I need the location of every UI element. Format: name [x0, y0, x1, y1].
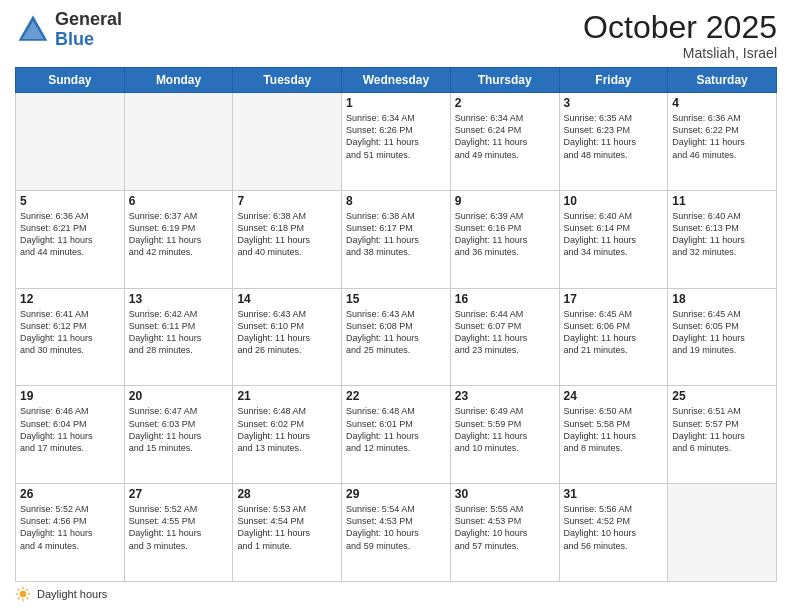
calendar-cell: 10Sunrise: 6:40 AM Sunset: 6:14 PM Dayli…: [559, 190, 668, 288]
calendar-dow-saturday: Saturday: [668, 68, 777, 93]
day-number: 2: [455, 96, 555, 110]
calendar-cell: 4Sunrise: 6:36 AM Sunset: 6:22 PM Daylig…: [668, 93, 777, 191]
day-info: Sunrise: 5:52 AM Sunset: 4:56 PM Dayligh…: [20, 503, 120, 552]
day-number: 30: [455, 487, 555, 501]
calendar-cell: 3Sunrise: 6:35 AM Sunset: 6:23 PM Daylig…: [559, 93, 668, 191]
day-info: Sunrise: 6:48 AM Sunset: 6:02 PM Dayligh…: [237, 405, 337, 454]
day-number: 16: [455, 292, 555, 306]
svg-line-8: [26, 597, 28, 599]
calendar-cell: 12Sunrise: 6:41 AM Sunset: 6:12 PM Dayli…: [16, 288, 125, 386]
calendar-cell: 7Sunrise: 6:38 AM Sunset: 6:18 PM Daylig…: [233, 190, 342, 288]
calendar-week-3: 12Sunrise: 6:41 AM Sunset: 6:12 PM Dayli…: [16, 288, 777, 386]
day-number: 27: [129, 487, 229, 501]
calendar-week-1: 1Sunrise: 6:34 AM Sunset: 6:26 PM Daylig…: [16, 93, 777, 191]
day-number: 3: [564, 96, 664, 110]
day-info: Sunrise: 6:38 AM Sunset: 6:18 PM Dayligh…: [237, 210, 337, 259]
calendar-cell: 2Sunrise: 6:34 AM Sunset: 6:24 PM Daylig…: [450, 93, 559, 191]
calendar-cell: [124, 93, 233, 191]
svg-line-9: [26, 589, 28, 591]
day-number: 11: [672, 194, 772, 208]
day-number: 21: [237, 389, 337, 403]
day-number: 25: [672, 389, 772, 403]
calendar-cell: 26Sunrise: 5:52 AM Sunset: 4:56 PM Dayli…: [16, 484, 125, 582]
day-info: Sunrise: 5:56 AM Sunset: 4:52 PM Dayligh…: [564, 503, 664, 552]
day-info: Sunrise: 5:52 AM Sunset: 4:55 PM Dayligh…: [129, 503, 229, 552]
day-info: Sunrise: 6:44 AM Sunset: 6:07 PM Dayligh…: [455, 308, 555, 357]
calendar-cell: 29Sunrise: 5:54 AM Sunset: 4:53 PM Dayli…: [342, 484, 451, 582]
logo-general: General: [55, 10, 122, 30]
day-number: 8: [346, 194, 446, 208]
calendar-cell: 6Sunrise: 6:37 AM Sunset: 6:19 PM Daylig…: [124, 190, 233, 288]
calendar-week-5: 26Sunrise: 5:52 AM Sunset: 4:56 PM Dayli…: [16, 484, 777, 582]
location: Matsliah, Israel: [583, 45, 777, 61]
calendar-cell: 30Sunrise: 5:55 AM Sunset: 4:53 PM Dayli…: [450, 484, 559, 582]
day-number: 31: [564, 487, 664, 501]
calendar-cell: 11Sunrise: 6:40 AM Sunset: 6:13 PM Dayli…: [668, 190, 777, 288]
day-info: Sunrise: 6:43 AM Sunset: 6:10 PM Dayligh…: [237, 308, 337, 357]
day-info: Sunrise: 6:39 AM Sunset: 6:16 PM Dayligh…: [455, 210, 555, 259]
day-info: Sunrise: 6:35 AM Sunset: 6:23 PM Dayligh…: [564, 112, 664, 161]
calendar-cell: [668, 484, 777, 582]
logo: General Blue: [15, 10, 122, 50]
calendar-header-row: SundayMondayTuesdayWednesdayThursdayFrid…: [16, 68, 777, 93]
logo-text: General Blue: [55, 10, 122, 50]
day-info: Sunrise: 6:38 AM Sunset: 6:17 PM Dayligh…: [346, 210, 446, 259]
day-number: 20: [129, 389, 229, 403]
day-info: Sunrise: 6:45 AM Sunset: 6:06 PM Dayligh…: [564, 308, 664, 357]
calendar-cell: 16Sunrise: 6:44 AM Sunset: 6:07 PM Dayli…: [450, 288, 559, 386]
sun-icon: [15, 586, 31, 602]
day-info: Sunrise: 6:45 AM Sunset: 6:05 PM Dayligh…: [672, 308, 772, 357]
day-info: Sunrise: 6:36 AM Sunset: 6:22 PM Dayligh…: [672, 112, 772, 161]
day-info: Sunrise: 6:49 AM Sunset: 5:59 PM Dayligh…: [455, 405, 555, 454]
day-number: 24: [564, 389, 664, 403]
day-number: 13: [129, 292, 229, 306]
svg-line-7: [18, 589, 20, 591]
day-info: Sunrise: 6:40 AM Sunset: 6:14 PM Dayligh…: [564, 210, 664, 259]
calendar-cell: 13Sunrise: 6:42 AM Sunset: 6:11 PM Dayli…: [124, 288, 233, 386]
day-info: Sunrise: 6:37 AM Sunset: 6:19 PM Dayligh…: [129, 210, 229, 259]
calendar-dow-monday: Monday: [124, 68, 233, 93]
day-info: Sunrise: 6:40 AM Sunset: 6:13 PM Dayligh…: [672, 210, 772, 259]
calendar-week-2: 5Sunrise: 6:36 AM Sunset: 6:21 PM Daylig…: [16, 190, 777, 288]
calendar-cell: 5Sunrise: 6:36 AM Sunset: 6:21 PM Daylig…: [16, 190, 125, 288]
day-number: 4: [672, 96, 772, 110]
calendar-cell: [16, 93, 125, 191]
day-number: 19: [20, 389, 120, 403]
day-number: 22: [346, 389, 446, 403]
day-info: Sunrise: 6:34 AM Sunset: 6:26 PM Dayligh…: [346, 112, 446, 161]
day-info: Sunrise: 6:50 AM Sunset: 5:58 PM Dayligh…: [564, 405, 664, 454]
day-info: Sunrise: 5:53 AM Sunset: 4:54 PM Dayligh…: [237, 503, 337, 552]
day-info: Sunrise: 6:51 AM Sunset: 5:57 PM Dayligh…: [672, 405, 772, 454]
day-info: Sunrise: 6:46 AM Sunset: 6:04 PM Dayligh…: [20, 405, 120, 454]
logo-blue: Blue: [55, 30, 122, 50]
day-number: 23: [455, 389, 555, 403]
svg-point-2: [20, 591, 26, 597]
calendar-cell: 25Sunrise: 6:51 AM Sunset: 5:57 PM Dayli…: [668, 386, 777, 484]
calendar-dow-tuesday: Tuesday: [233, 68, 342, 93]
day-number: 5: [20, 194, 120, 208]
title-block: October 2025 Matsliah, Israel: [583, 10, 777, 61]
day-number: 15: [346, 292, 446, 306]
day-number: 10: [564, 194, 664, 208]
calendar-cell: 31Sunrise: 5:56 AM Sunset: 4:52 PM Dayli…: [559, 484, 668, 582]
footer: Daylight hours: [15, 586, 777, 602]
svg-line-10: [18, 597, 20, 599]
day-number: 7: [237, 194, 337, 208]
day-info: Sunrise: 6:42 AM Sunset: 6:11 PM Dayligh…: [129, 308, 229, 357]
calendar-week-4: 19Sunrise: 6:46 AM Sunset: 6:04 PM Dayli…: [16, 386, 777, 484]
day-number: 6: [129, 194, 229, 208]
day-info: Sunrise: 6:41 AM Sunset: 6:12 PM Dayligh…: [20, 308, 120, 357]
calendar-cell: 21Sunrise: 6:48 AM Sunset: 6:02 PM Dayli…: [233, 386, 342, 484]
day-number: 1: [346, 96, 446, 110]
day-number: 18: [672, 292, 772, 306]
calendar-cell: 20Sunrise: 6:47 AM Sunset: 6:03 PM Dayli…: [124, 386, 233, 484]
day-number: 14: [237, 292, 337, 306]
day-number: 12: [20, 292, 120, 306]
day-info: Sunrise: 5:55 AM Sunset: 4:53 PM Dayligh…: [455, 503, 555, 552]
calendar-cell: 22Sunrise: 6:48 AM Sunset: 6:01 PM Dayli…: [342, 386, 451, 484]
day-info: Sunrise: 6:47 AM Sunset: 6:03 PM Dayligh…: [129, 405, 229, 454]
calendar-cell: 8Sunrise: 6:38 AM Sunset: 6:17 PM Daylig…: [342, 190, 451, 288]
calendar: SundayMondayTuesdayWednesdayThursdayFrid…: [15, 67, 777, 582]
day-number: 9: [455, 194, 555, 208]
calendar-dow-sunday: Sunday: [16, 68, 125, 93]
